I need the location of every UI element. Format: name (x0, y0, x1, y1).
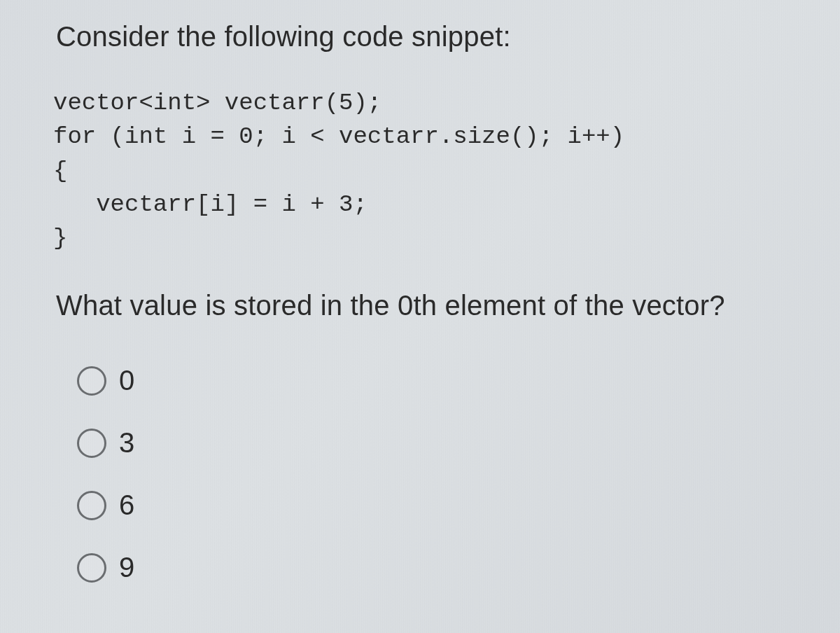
radio-icon[interactable] (77, 553, 106, 583)
question-intro: Consider the following code snippet: (56, 21, 784, 53)
option-1[interactable]: 3 (77, 427, 784, 459)
code-snippet: vector<int> vectarr(5); for (int i = 0; … (53, 86, 784, 255)
option-label: 6 (119, 489, 134, 521)
option-label: 3 (119, 427, 134, 459)
option-2[interactable]: 6 (77, 489, 784, 521)
option-0[interactable]: 0 (77, 365, 784, 396)
radio-icon[interactable] (77, 429, 106, 458)
question-text: What value is stored in the 0th element … (56, 290, 784, 321)
radio-icon[interactable] (77, 491, 106, 520)
option-label: 9 (119, 552, 134, 583)
option-3[interactable]: 9 (77, 552, 784, 583)
radio-icon[interactable] (77, 366, 106, 396)
options-group: 0 3 6 9 (56, 365, 784, 583)
option-label: 0 (119, 365, 134, 396)
